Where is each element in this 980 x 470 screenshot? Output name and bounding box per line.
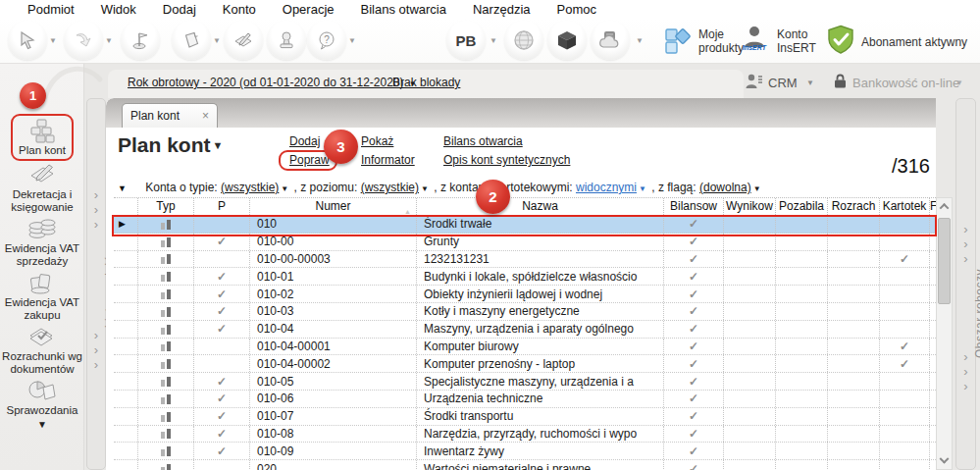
sidebar-item-sprawozdania[interactable]: Sprawozdania: [0, 378, 84, 417]
table-row[interactable]: ▶ ✓ 010-06 Urządzenia techniczne ✓ ✓: [114, 391, 936, 408]
filter-typ-value[interactable]: (wszystkie): [221, 181, 279, 194]
obszar-roboczy-strip[interactable]: › › › Obszar roboczy › › ›: [955, 98, 976, 470]
menu-podmiot[interactable]: Podmiot: [27, 2, 75, 17]
account-type-cell: [138, 251, 194, 268]
forward-dropdown-caret[interactable]: ▼: [105, 36, 113, 45]
header-wynikow[interactable]: Wynikow: [724, 198, 776, 215]
table-row[interactable]: ▶ ✓ 010-04 Maszyny, urządzenia i aparaty…: [114, 321, 936, 339]
moje-produkty-icon[interactable]: [663, 26, 695, 57]
table-row[interactable]: ▶ ✓ 010-00-00003 1232131231 ✓ ✓: [114, 251, 936, 269]
scrollbar-thumb[interactable]: [938, 218, 951, 304]
account-type-icon: [161, 393, 171, 404]
user-dropdown-caret[interactable]: ▼: [490, 36, 497, 45]
sidebar-more-arrow[interactable]: ▼: [0, 419, 84, 430]
filter-poziom-caret[interactable]: ▼: [421, 184, 429, 193]
edit-button[interactable]: [224, 21, 263, 60]
online-services-button[interactable]: [504, 21, 543, 60]
package-button[interactable]: [547, 21, 587, 60]
filter-flaga-value[interactable]: (dowolna): [699, 181, 751, 194]
bilans-otwarcia-link[interactable]: Bilans otwarcia: [443, 134, 523, 148]
menu-pomoc[interactable]: Pomoc: [557, 2, 596, 17]
filter-kartoteka-value[interactable]: widocznymi: [576, 181, 637, 194]
header-pozabila[interactable]: Pozabila: [776, 198, 828, 215]
account-type-icon: [161, 358, 171, 369]
p-cell: ✓: [194, 303, 250, 320]
table-row[interactable]: ▶ ✓ 010-04-00002 Komputer przenośny - la…: [114, 355, 936, 373]
sidebar-item-dekretacja[interactable]: Dekretacja i księgowanie: [0, 162, 84, 213]
scroll-up-button[interactable]: [937, 198, 952, 214]
rok-obrotowy-link[interactable]: Rok obrotowy - 2020 (od 01-01-2020 do 31…: [128, 76, 419, 89]
header-kartotek[interactable]: Kartotek: [880, 198, 930, 215]
filter-typ-caret[interactable]: ▼: [281, 184, 288, 193]
kartotekowe-cell: ✓: [880, 355, 930, 372]
rozrachunkowe-cell: [828, 355, 880, 372]
document-dropdown-caret[interactable]: ▼: [213, 36, 221, 45]
user-pb-button[interactable]: PB: [446, 21, 486, 60]
vertical-scrollbar[interactable]: [936, 197, 953, 470]
menu-dodaj[interactable]: Dodaj: [163, 2, 196, 17]
moje-produkty-label[interactable]: Moje produkty: [698, 27, 744, 55]
rozrachunkowe-cell: [828, 373, 880, 390]
header-numer[interactable]: Numer▲: [250, 198, 417, 215]
table-row[interactable]: ▶ ✓ 010-05 Specjalistyczne maszyny, urzą…: [114, 373, 936, 391]
menu-operacje[interactable]: Operacje: [283, 2, 335, 17]
filter-poziom-value[interactable]: (wszystkie): [361, 181, 419, 194]
header-rozrach[interactable]: Rozrach: [828, 198, 880, 215]
scroll-down-button[interactable]: [937, 453, 952, 469]
brak-blokady-link[interactable]: Brak blokady: [392, 76, 460, 89]
konto-insert-label[interactable]: Konto InsERT: [777, 27, 816, 55]
table-row[interactable]: ▶ ✓ 010-08 Narzędzia, przyrządy, ruchomo…: [114, 426, 936, 444]
flag-button[interactable]: [121, 21, 160, 60]
account-type-cell: [138, 321, 194, 338]
tab-close-icon[interactable]: ×: [202, 111, 209, 121]
svg-text:?: ?: [324, 34, 330, 45]
cloud-dropdown-caret[interactable]: ▼: [636, 36, 644, 45]
stamp-button[interactable]: [267, 21, 306, 60]
page-title[interactable]: Plan kont▼: [118, 133, 223, 157]
document-button[interactable]: [172, 21, 211, 60]
select-mode-button[interactable]: [8, 21, 47, 60]
sidebar-item-vat-zakupu[interactable]: Ewidencja VAT zakupu: [0, 270, 84, 321]
help-button[interactable]: ?: [307, 21, 346, 60]
table-row[interactable]: ▶ ✓ 010-03 Kotły i maszyny energetyczne …: [114, 303, 936, 321]
bilansowe-cell: ✓: [664, 339, 724, 355]
konto-insert-icon[interactable]: InsERT: [740, 25, 769, 51]
header-nazwa[interactable]: Nazwa: [417, 198, 664, 215]
table-row[interactable]: ▶ ✓ 010-09 Inwentarz żywy ✓ ✓: [114, 443, 936, 460]
forward-button[interactable]: [64, 21, 103, 60]
table-row[interactable]: ▶ ✓ 010-04-00001 Komputer biurowy ✓ ✓: [114, 339, 936, 356]
tab-plan-kont[interactable]: Plan kont ×: [122, 103, 218, 128]
sidebar-item-rozrachunki[interactable]: Rozrachunki wg dokumentów: [0, 324, 84, 375]
help-dropdown-caret[interactable]: ▼: [348, 36, 356, 45]
menu-bilans-otwarcia[interactable]: Bilans otwarcia: [361, 2, 446, 17]
check-icon: ✓: [217, 235, 227, 248]
select-dropdown-caret[interactable]: ▼: [49, 36, 57, 45]
header-bilansow[interactable]: Bilansow: [664, 198, 724, 215]
table-row[interactable]: ▶ ✓ 010-07 Środki transportu ✓ ✓: [114, 408, 936, 426]
menu-konto[interactable]: Konto: [223, 2, 256, 17]
table-row[interactable]: ▶ ✓ 020 Wartości niematerialne i prawne …: [114, 460, 936, 470]
sidebar-item-vat-sprzedazy[interactable]: Ewidencja VAT sprzedaży: [0, 216, 84, 267]
opis-kont-link[interactable]: Opis kont syntetycznych: [443, 153, 570, 167]
menu-widok[interactable]: Widok: [101, 2, 136, 17]
account-number: 010-06: [250, 391, 417, 407]
account-name: Wartości niematerialne i prawne: [417, 460, 664, 470]
informator-link[interactable]: Informator: [361, 153, 415, 167]
table-row[interactable]: ▶ ✓ 010-02 Obiekty inżynierii lądowej i …: [114, 286, 936, 303]
header-p[interactable]: P: [194, 198, 250, 215]
cloud-button[interactable]: [591, 21, 630, 60]
bank-label[interactable]: Bankowość on-line: [852, 76, 959, 90]
crm-caret[interactable]: ▼: [806, 78, 814, 87]
account-name: Inwentarz żywy: [417, 443, 664, 459]
bank-caret[interactable]: ▼: [955, 78, 963, 87]
filter-kartoteka-caret[interactable]: ▼: [639, 184, 646, 193]
filter-flaga-caret[interactable]: ▼: [753, 184, 761, 193]
table-row[interactable]: ▶ ✓ 010-01 Budynki i lokale, spółdzielcz…: [114, 268, 936, 286]
filter-collapse-icon[interactable]: ▼: [118, 183, 127, 193]
crm-label[interactable]: CRM: [768, 76, 798, 90]
lista-modulow-strip[interactable]: › › › Lista modułów › › ›: [86, 98, 106, 470]
abonament-shield-icon[interactable]: [826, 25, 855, 56]
header-typ[interactable]: Typ: [138, 198, 194, 215]
pokaz-link[interactable]: Pokaż: [361, 134, 393, 148]
menu-narzedzia[interactable]: Narzędzia: [473, 2, 531, 17]
